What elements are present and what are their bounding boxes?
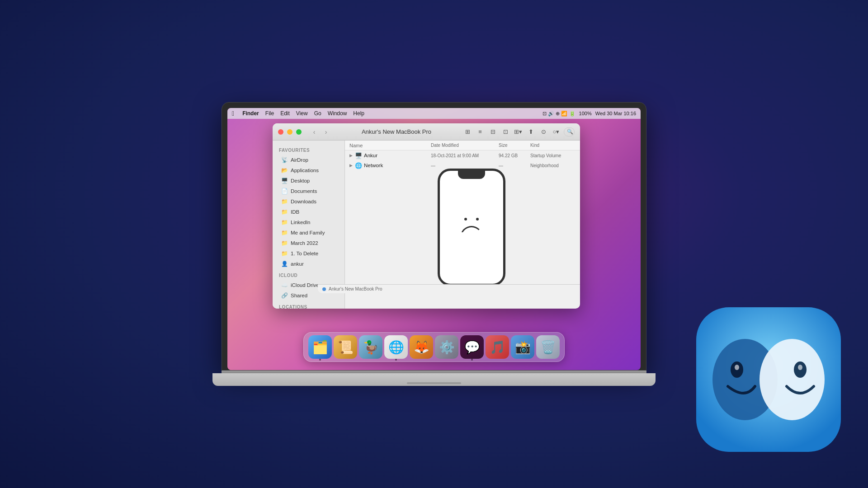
view-icon-grid[interactable]: ⊞ [462, 127, 472, 137]
dock-icon-finder[interactable]: 🗂️ [308, 335, 332, 359]
view-icon-column[interactable]: ⊟ [488, 127, 498, 137]
dock-icon-sysprefs[interactable]: ⚙️ [435, 335, 458, 359]
sad-eye-right [476, 218, 479, 221]
maximize-button[interactable] [296, 129, 302, 135]
sidebar-label-todelete: 1. To Delete [291, 251, 318, 256]
statusbar-text: Ankur's New MacBook Pro [329, 286, 382, 291]
dock: 🗂️ 📜 🦆 🌐 🦊 ⚙️ 💬 🎵 [303, 332, 565, 362]
shared-icon: 🔗 [281, 292, 288, 299]
dock-container: 🗂️ 📜 🦆 🌐 🦊 ⚙️ 💬 🎵 [303, 332, 565, 362]
sidebar-item-documents[interactable]: 📄 Documents [274, 186, 343, 196]
back-button[interactable]: ‹ [310, 127, 319, 136]
tag-button[interactable]: ⊙ [538, 127, 548, 137]
action-menu[interactable]: ⊞▾ [513, 127, 523, 137]
column-headers: Name Date Modified Size Kind [345, 141, 580, 150]
menubar-view[interactable]: View [296, 110, 308, 117]
apple-menu-icon[interactable]:  [232, 110, 234, 117]
sidebar-item-march2022[interactable]: 📁 March 2022 [274, 238, 343, 248]
favorites-section-label: Favourites [273, 144, 344, 155]
sidebar-label-airdrop: AirDrop [291, 157, 308, 163]
sad-eyes [464, 218, 479, 221]
dock-icon-trash[interactable]: 🗑️ [536, 335, 560, 359]
trackpad-notch [407, 382, 461, 384]
sidebar-item-todelete[interactable]: 📁 1. To Delete [274, 249, 343, 258]
sad-face [460, 218, 483, 237]
view-icon-list[interactable]: ≡ [475, 127, 485, 137]
menubar-help[interactable]: Help [353, 110, 364, 117]
network-icon: 🌐 [355, 162, 362, 169]
phone-notch [458, 171, 485, 179]
laptop-screen:  Finder File Edit View Go Window Help ⊡… [227, 108, 641, 370]
dock-icon-slack[interactable]: 💬 [460, 335, 484, 359]
sidebar: Favourites 📡 AirDrop 📂 Applications 🖥️ D… [273, 141, 345, 309]
dock-icon-firefox[interactable]: 🦊 [410, 335, 433, 359]
view-icon-gallery[interactable]: ⊡ [500, 127, 510, 137]
menubar-edit[interactable]: Edit [280, 110, 290, 117]
minimize-button[interactable] [287, 129, 292, 135]
finder-icon-svg [696, 307, 841, 452]
sad-eye-left [464, 218, 467, 221]
sad-mouth [460, 226, 483, 237]
svg-point-4 [735, 365, 739, 370]
finder-body: Favourites 📡 AirDrop 📂 Applications 🖥️ D… [273, 141, 580, 309]
row-name-ankur: Ankur [364, 153, 431, 158]
sidebar-item-ankur[interactable]: 👤 ankur [274, 259, 343, 269]
forward-button[interactable]: › [321, 127, 330, 136]
finder-window-title: Ankur's New MacBook Pro [334, 128, 459, 135]
sidebar-item-linkedin[interactable]: 📁 LinkedIn [274, 217, 343, 227]
sidebar-item-airdrop[interactable]: 📡 AirDrop [274, 155, 343, 165]
col-date-header[interactable]: Date Modified [431, 143, 499, 148]
sidebar-item-desktop[interactable]: 🖥️ Desktop [274, 176, 343, 186]
search-button[interactable]: 🔍 [564, 127, 575, 136]
volume-icon: 🖥️ [355, 152, 362, 159]
menubar-file[interactable]: File [265, 110, 274, 117]
dock-icon-scrobbles[interactable]: 🎵 [486, 335, 509, 359]
laptop-screen-wrapper:  Finder File Edit View Go Window Help ⊡… [222, 102, 646, 371]
menubar-right: ⊡ 🔊 ⊕ 📶 🔋 100% Wed 30 Mar 10:16 [542, 111, 636, 117]
row-kind-network: Neighborhood [530, 163, 576, 168]
locations-section-label: Locations [273, 301, 344, 309]
sidebar-item-mefamily[interactable]: 📁 Me and Family [274, 228, 343, 238]
laptop-base [212, 373, 656, 386]
dock-icon-screenshot[interactable]: 📸 [511, 335, 534, 359]
sidebar-item-applications[interactable]: 📂 Applications [274, 165, 343, 175]
laptop:  Finder File Edit View Go Window Help ⊡… [203, 102, 665, 386]
mefamily-icon: 📁 [281, 229, 288, 236]
march2022-icon: 📁 [281, 239, 288, 247]
sidebar-label-downloads: Downloads [291, 199, 316, 204]
finder-icon-large [696, 307, 841, 452]
sidebar-item-idb[interactable]: 📁 IDB [274, 207, 343, 217]
menubar-battery-pct: 100% [579, 111, 592, 116]
dock-icon-script-editor[interactable]: 📜 [334, 335, 357, 359]
finder-titlebar: ‹ › Ankur's New MacBook Pro ⊞ ≡ ⊟ ⊡ ⊞▾ ⬆… [273, 123, 580, 141]
sidebar-label-applications: Applications [291, 168, 319, 173]
dock-icon-cyberduck[interactable]: 🦆 [359, 335, 382, 359]
more-button[interactable]: ○▾ [551, 127, 561, 137]
svg-point-6 [798, 365, 802, 370]
expand-icon[interactable]: ▶ [349, 153, 355, 158]
menubar-finder[interactable]: Finder [242, 110, 259, 117]
sidebar-label-shared: Shared [291, 293, 307, 298]
sidebar-item-downloads[interactable]: 📁 Downloads [274, 197, 343, 206]
col-name-header[interactable]: Name [349, 143, 431, 148]
icloud-section-label: iCloud [273, 269, 344, 280]
icloud-drive-icon: ☁️ [281, 282, 288, 289]
dock-icon-chrome[interactable]: 🌐 [384, 335, 408, 359]
table-row[interactable]: ▶ 🖥️ Ankur 18-Oct-2021 at 9:00 AM 94.22 … [345, 150, 580, 160]
share-button[interactable]: ⬆ [526, 127, 536, 137]
linkedin-icon: 📁 [281, 219, 288, 226]
sidebar-label-documents: Documents [291, 188, 317, 194]
expand-icon[interactable]: ▶ [349, 163, 355, 168]
documents-icon: 📄 [281, 188, 288, 195]
downloads-icon: 📁 [281, 198, 288, 205]
col-kind-header[interactable]: Kind [530, 143, 576, 148]
finder-statusbar: Ankur's New MacBook Pro [318, 284, 580, 293]
close-button[interactable] [278, 129, 283, 135]
menubar-go[interactable]: Go [314, 110, 321, 117]
col-size-header[interactable]: Size [499, 143, 530, 148]
dock-indicator-slack [471, 359, 473, 361]
finder-toolbar: ⊞ ≡ ⊟ ⊡ ⊞▾ ⬆ ⊙ ○▾ 🔍 [462, 127, 575, 137]
menubar-icons: ⊡ 🔊 ⊕ 📶 🔋 [542, 111, 575, 117]
menubar-window[interactable]: Window [328, 110, 347, 117]
sidebar-label-desktop: Desktop [291, 178, 310, 183]
